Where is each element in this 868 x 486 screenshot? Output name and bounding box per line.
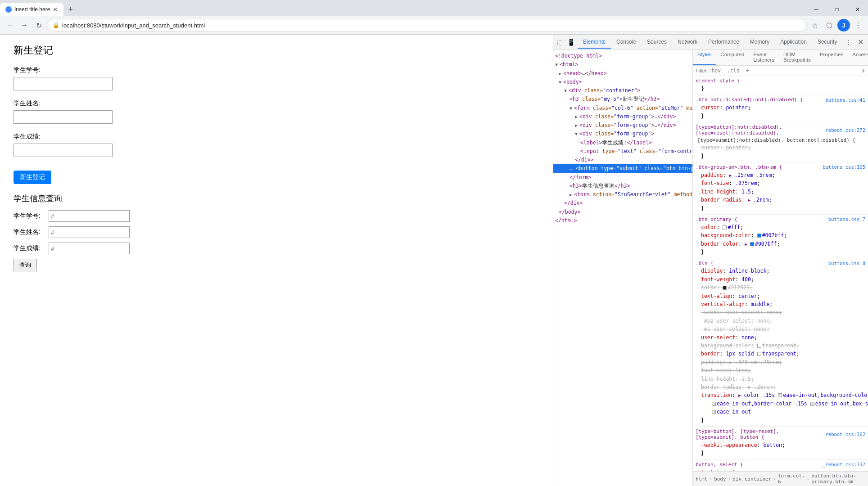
breadcrumb-div-container[interactable]: div.container bbox=[732, 476, 771, 482]
tab-security[interactable]: Security bbox=[812, 36, 841, 49]
html-line-div-fg2[interactable]: ▶<div class="form-group">…</div> bbox=[553, 121, 692, 130]
style-prop-close: } bbox=[696, 85, 865, 93]
search-id-input[interactable] bbox=[49, 210, 130, 222]
html-line-div-close2[interactable]: </div> bbox=[553, 199, 692, 207]
html-line-head[interactable]: ▶<head>…</head> bbox=[553, 69, 692, 78]
subtab-event-listeners[interactable]: Event Listeners bbox=[749, 50, 779, 65]
html-line-div-fg1[interactable]: ▶<div class="form-group">…</div> bbox=[553, 112, 692, 121]
source-buttons-7[interactable]: _buttons.css:7 bbox=[825, 216, 865, 222]
source-buttons-41[interactable]: _buttons.css:41 bbox=[823, 97, 865, 103]
prop-close-4: } bbox=[696, 248, 865, 256]
profile-button[interactable]: J bbox=[837, 19, 850, 32]
subtab-styles[interactable]: Styles bbox=[693, 50, 716, 65]
selector-btn-sm: .btn-group-sm>.btn, .btn-sm { _buttons.c… bbox=[696, 164, 865, 170]
prop-border-transparent: border: 1px solid transparent; bbox=[696, 350, 865, 358]
add-rule-button[interactable]: + bbox=[862, 67, 865, 74]
tab-memory[interactable]: Memory bbox=[745, 36, 775, 49]
search-name-input[interactable] bbox=[49, 226, 130, 238]
devtools-close-button[interactable]: ✕ bbox=[855, 36, 866, 48]
html-line-div-fg3[interactable]: ▼<div class="form-group"> bbox=[553, 130, 692, 138]
source-buttons-105[interactable]: _buttons.css:105 bbox=[820, 164, 865, 170]
prop-padding-strike: padding: ▶ .375rem .75rem; bbox=[696, 358, 865, 366]
html-line-html[interactable]: ▼<html> bbox=[553, 60, 692, 69]
color-swatch-ease4[interactable] bbox=[712, 410, 716, 414]
back-button[interactable]: ← bbox=[4, 19, 16, 32]
html-line-div-container[interactable]: ▼<div class="container"> bbox=[553, 86, 692, 95]
tab-sources[interactable]: Sources bbox=[642, 36, 672, 49]
tab-network[interactable]: Network bbox=[672, 36, 703, 49]
subtab-dom-breakpoints[interactable]: DOM Breakpoints bbox=[779, 50, 815, 65]
new-tab-button[interactable]: + bbox=[65, 5, 76, 14]
extensions-button[interactable]: ⬡ bbox=[823, 19, 836, 32]
source-reboot-362[interactable]: _reboot.css:362 bbox=[823, 432, 865, 437]
html-line-doctype[interactable]: <!doctype html> bbox=[553, 52, 692, 60]
tab-performance[interactable]: Performance bbox=[703, 36, 745, 49]
color-swatch-blue[interactable] bbox=[757, 234, 761, 238]
tab-console[interactable]: Console bbox=[611, 36, 642, 49]
forward-button[interactable]: → bbox=[18, 19, 31, 32]
tab-close-button[interactable]: ✕ bbox=[53, 6, 58, 13]
search-score-input[interactable] bbox=[49, 243, 130, 254]
devtools-more-button[interactable]: ⋮ bbox=[842, 37, 854, 48]
color-swatch-transparent2[interactable] bbox=[757, 352, 761, 356]
styles-filter-input[interactable] bbox=[708, 68, 859, 74]
color-swatch-transparent[interactable] bbox=[757, 344, 761, 348]
tab-favicon bbox=[5, 6, 12, 13]
color-swatch-dark[interactable] bbox=[723, 286, 727, 290]
html-line-body-close[interactable]: </body> bbox=[553, 208, 692, 216]
tab-elements[interactable]: Elements bbox=[578, 36, 611, 49]
html-line-html-close[interactable]: </html> bbox=[553, 216, 692, 225]
breadcrumb-html[interactable]: html bbox=[696, 476, 708, 482]
devtools-inspect-button[interactable]: ⬚ bbox=[555, 37, 565, 48]
refresh-button[interactable]: ↻ bbox=[32, 19, 45, 32]
selector-btn-not-disabled: .btn:not(:disabled):not(.disabled) { _bu… bbox=[696, 97, 865, 103]
html-line-body[interactable]: ▼<body> bbox=[553, 78, 692, 86]
student-id-input[interactable] bbox=[14, 77, 113, 90]
menu-button[interactable]: ⋮ bbox=[852, 19, 864, 32]
close-button[interactable]: ✕ bbox=[847, 3, 868, 16]
devtools-device-button[interactable]: 📱 bbox=[565, 37, 577, 48]
minimize-button[interactable]: ─ bbox=[806, 3, 827, 16]
html-line-label-score[interactable]: <label>学生成绩:</label> bbox=[553, 139, 692, 147]
student-name-input[interactable] bbox=[14, 110, 113, 124]
subtab-properties[interactable]: Properties bbox=[815, 50, 848, 65]
prop-webkit-appearance: -webkit-appearance: button; bbox=[696, 441, 865, 449]
html-line-input-stumark[interactable]: <input type="text" class="form-control" … bbox=[553, 147, 692, 156]
html-line-form-stumgr[interactable]: ▼<form class="col-6" action="stuMgr" met… bbox=[553, 104, 692, 112]
style-block-btn-sm: .btn-group-sm>.btn, .btn-sm { _buttons.c… bbox=[693, 162, 868, 215]
source-buttons-8[interactable]: _buttons.css:8 bbox=[825, 261, 865, 266]
html-line-button-selected[interactable]: … <button type="submit" class="btn btn-p… bbox=[553, 164, 692, 173]
main-area: 新生登记 学生学号: 学生姓名: 学生成绩: 新生登记 学生信息查询 学生学号:… bbox=[0, 35, 868, 486]
html-line-div-close[interactable]: </div> bbox=[553, 156, 692, 164]
color-swatch-ease3[interactable] bbox=[810, 402, 814, 406]
color-swatch-ease[interactable] bbox=[778, 393, 782, 397]
active-tab[interactable]: Insert title here ✕ bbox=[0, 3, 63, 16]
breadcrumb-button[interactable]: button.btn.btn-primary.btn-sm bbox=[811, 473, 865, 485]
html-line-h3-search[interactable]: <h3>学生信息查询</h3> bbox=[553, 182, 692, 190]
source-reboot-372[interactable]: _reboot.css:372 bbox=[823, 127, 865, 133]
prop-transition: transition: ▶ color .15s ease-in-out,bac… bbox=[696, 391, 865, 399]
subtab-accessibility[interactable]: Accessibility bbox=[848, 50, 868, 65]
student-score-input[interactable] bbox=[14, 144, 113, 157]
url-bar[interactable]: 🔒 localhost:8080/stuwork/input_and_searc… bbox=[47, 19, 807, 32]
submit-button[interactable]: 新生登记 bbox=[14, 171, 51, 184]
color-swatch-blue2[interactable] bbox=[750, 242, 754, 246]
restore-button[interactable]: □ bbox=[827, 3, 847, 16]
source-reboot-337[interactable]: _reboot.css:337 bbox=[823, 462, 865, 467]
student-score-label: 学生成绩: bbox=[14, 133, 539, 141]
tab-application[interactable]: Application bbox=[775, 36, 812, 49]
prop-bgcolor-transparent-strike: background-color: transparent; bbox=[696, 342, 865, 350]
html-line-h3-new[interactable]: <h3 class="my-5">新生登记</h3> bbox=[553, 95, 692, 104]
breadcrumb-form[interactable]: form.col-6 bbox=[778, 473, 805, 485]
breadcrumb-body[interactable]: body bbox=[714, 476, 726, 482]
color-swatch-ease2[interactable] bbox=[712, 402, 716, 406]
prop-transition-cont1: ease-in-out,border-color .15s ease-in-ou… bbox=[696, 400, 865, 408]
bookmark-button[interactable]: ☆ bbox=[809, 19, 821, 32]
query-button[interactable]: 查询 bbox=[14, 259, 37, 271]
subtab-computed[interactable]: Computed bbox=[716, 50, 749, 65]
window-controls: ─ □ ✕ bbox=[806, 3, 868, 16]
html-line-form-search[interactable]: ▶<form action="StuSearchServlet" method=… bbox=[553, 190, 692, 199]
search-section-title: 学生信息查询 bbox=[14, 193, 539, 204]
html-line-form-close[interactable]: </form> bbox=[553, 173, 692, 182]
color-swatch-white[interactable] bbox=[723, 225, 727, 230]
